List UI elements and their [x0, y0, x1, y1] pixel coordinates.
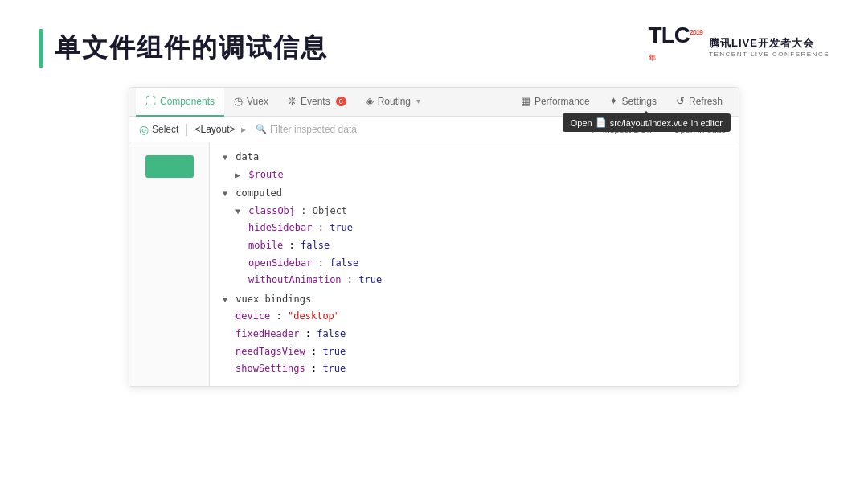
classobj-key: classObj [248, 205, 295, 216]
page-header: 单文件组件的调试信息 TLC2019年 腾讯LIVE开发者大会 TENCENT … [0, 0, 868, 87]
data-label: ▼ data [223, 149, 726, 166]
breadcrumb-arrow: ▸ [241, 124, 246, 135]
vuex-bindings-arrow[interactable]: ▼ [223, 295, 227, 304]
classobj-type: : Object [301, 205, 347, 216]
events-badge: 8 [336, 97, 346, 106]
tab-events-label: Events [301, 96, 330, 107]
vuex-icon: ◷ [234, 95, 243, 107]
main-content: ⛶ Components ◷ Vuex ❊ Events 8 ◈ Routing… [0, 87, 868, 387]
withoutanimation-colon: : [347, 274, 358, 286]
tab-settings-label: Settings [622, 96, 657, 107]
classobj-row: ▼ classObj : Object [223, 203, 726, 220]
tab-components-label: Components [160, 96, 215, 107]
search-placeholder: Filter inspected data [270, 124, 357, 135]
needtagsview-row: needTagsView : true [223, 343, 726, 361]
sroute-row: ▶ $route [223, 166, 726, 184]
tab-components[interactable]: ⛶ Components [136, 88, 224, 117]
data-key: data [235, 151, 259, 162]
fixedheader-colon: : [305, 328, 317, 339]
breadcrumb-root: <Layout> [195, 124, 235, 135]
needtagsview-colon: : [311, 346, 322, 357]
breadcrumb: <Layout> ▸ [195, 124, 249, 135]
withoutanimation-key: withoutAnimation [248, 274, 342, 286]
title-area: 单文件组件的调试信息 [39, 29, 328, 68]
logo-area: TLC2019年 腾讯LIVE开发者大会 TENCENT LIVE CONFER… [649, 23, 829, 74]
tab-routing[interactable]: ◈ Routing ▾ [356, 88, 430, 117]
tab-performance-label: Performance [534, 96, 590, 107]
select-button[interactable]: ◎ Select [139, 123, 178, 136]
tab-performance[interactable]: ▦ Performance [511, 88, 600, 117]
mobile-key: mobile [248, 240, 283, 251]
showsettings-colon: : [311, 363, 322, 374]
refresh-icon: ↺ [676, 95, 685, 107]
sroute-arrow[interactable]: ▶ [235, 171, 240, 179]
performance-icon: ▦ [521, 95, 530, 107]
device-key: device [235, 310, 270, 322]
computed-key: computed [235, 187, 282, 199]
tooltip-open: Open [571, 118, 592, 128]
showsettings-key: showSettings [235, 363, 305, 374]
tab-vuex-label: Vuex [247, 96, 268, 107]
tab-events[interactable]: ❊ Events 8 [278, 88, 356, 117]
tab-refresh[interactable]: ↺ Refresh [666, 88, 732, 117]
hidesidebar-value: true [330, 222, 353, 233]
opensidebar-value: false [330, 257, 358, 269]
hidesidebar-key: hideSidebar [248, 222, 312, 233]
withoutanimation-value: true [358, 274, 382, 286]
tab-vuex[interactable]: ◷ Vuex [224, 88, 278, 117]
content-area: ▼ data ▶ $route ▼ computed ▼ [129, 142, 739, 386]
device-row: device : "desktop" [223, 308, 726, 326]
right-panel: ▼ data ▶ $route ▼ computed ▼ [210, 142, 739, 386]
logo-en: TENCENT LIVE CONFERENCE [709, 51, 829, 59]
select-icon: ◎ [139, 123, 149, 136]
vuex-bindings-label: ▼ vuex bindings [223, 291, 726, 309]
devtools-panel: ⛶ Components ◷ Vuex ❊ Events 8 ◈ Routing… [129, 87, 739, 387]
device-colon: : [276, 310, 288, 322]
logo-text: 腾讯LIVE开发者大会 TENCENT LIVE CONFERENCE [709, 37, 829, 59]
tree-section-computed: ▼ computed ▼ classObj : Object hideSideb… [223, 185, 726, 290]
logo-tlc: TLC2019年 [649, 23, 702, 74]
tooltip-popup: Open 📄 src/layout/index.vue in editor [563, 113, 731, 132]
tab-routing-label: Routing [378, 96, 411, 107]
toolbar-divider: | [185, 122, 188, 137]
device-value: "desktop" [288, 310, 340, 322]
tooltip-action: in editor [691, 118, 723, 128]
hidesidebar-colon: : [318, 222, 330, 233]
tab-settings[interactable]: ✦ Settings [600, 88, 666, 117]
search-icon: 🔍 [256, 124, 267, 134]
computed-arrow[interactable]: ▼ [223, 189, 227, 198]
opensidebar-colon: : [318, 257, 330, 269]
opensidebar-key: openSidebar [248, 257, 312, 269]
data-arrow[interactable]: ▼ [223, 153, 227, 162]
tree-section-data: ▼ data ▶ $route [223, 149, 726, 183]
tooltip-file: src/layout/index.vue [610, 118, 688, 128]
title-bar-decoration [39, 29, 43, 68]
components-icon: ⛶ [145, 95, 156, 107]
showsettings-row: showSettings : true [223, 360, 726, 378]
search-area[interactable]: 🔍 Filter inspected data [256, 124, 581, 135]
sroute-key: $route [248, 169, 283, 180]
fixedheader-key: fixedHeader [235, 328, 299, 339]
component-block[interactable] [145, 155, 194, 178]
logo-year: 2019年 [649, 28, 702, 62]
vuex-bindings-key: vuex bindings [235, 294, 311, 305]
file-icon: 📄 [596, 117, 607, 128]
settings-icon: ✦ [609, 95, 618, 107]
hidesidebar-row: hideSidebar : true [223, 220, 726, 237]
events-icon: ❊ [288, 95, 297, 107]
fixedheader-row: fixedHeader : false [223, 326, 726, 343]
withoutanimation-row: withoutAnimation : true [223, 272, 726, 290]
tab-bar: ⛶ Components ◷ Vuex ❊ Events 8 ◈ Routing… [129, 88, 739, 117]
fixedheader-value: false [317, 328, 346, 339]
needtagsview-value: true [322, 346, 346, 357]
tab-refresh-label: Refresh [689, 96, 723, 107]
logo-zh: 腾讯LIVE开发者大会 [709, 37, 829, 51]
page-title: 单文件组件的调试信息 [55, 31, 328, 66]
classobj-arrow[interactable]: ▼ [235, 207, 240, 216]
select-label: Select [152, 124, 178, 135]
routing-icon: ◈ [366, 95, 374, 107]
computed-label: ▼ computed [223, 185, 726, 203]
mobile-row: mobile : false [223, 237, 726, 255]
needtagsview-key: needTagsView [235, 346, 305, 357]
showsettings-value: true [322, 363, 346, 374]
